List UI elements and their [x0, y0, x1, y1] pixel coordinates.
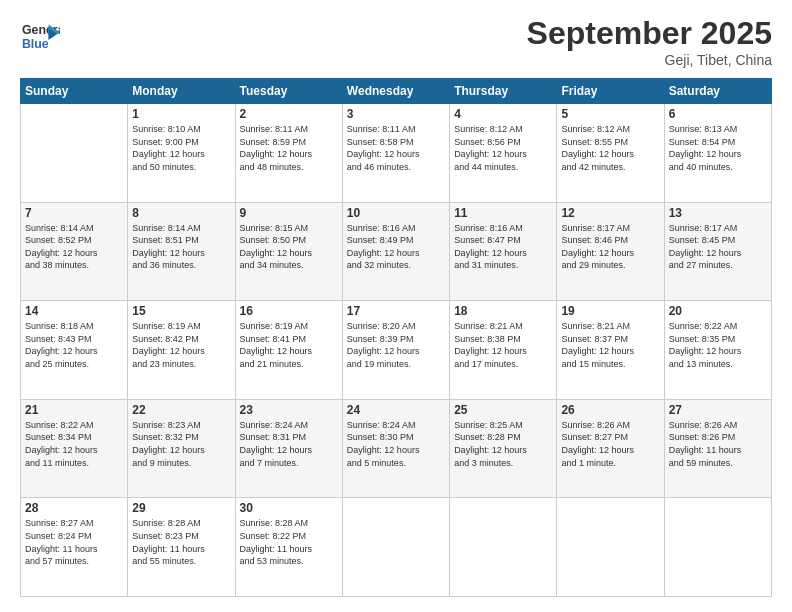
calendar-cell: 20Sunrise: 8:22 AM Sunset: 8:35 PM Dayli… — [664, 301, 771, 400]
day-number: 19 — [561, 304, 659, 318]
cell-info: Sunrise: 8:11 AM Sunset: 8:59 PM Dayligh… — [240, 123, 338, 173]
cell-info: Sunrise: 8:28 AM Sunset: 8:22 PM Dayligh… — [240, 517, 338, 567]
day-number: 23 — [240, 403, 338, 417]
calendar-cell: 21Sunrise: 8:22 AM Sunset: 8:34 PM Dayli… — [21, 399, 128, 498]
logo: General Blue — [20, 15, 65, 55]
day-number: 21 — [25, 403, 123, 417]
day-number: 15 — [132, 304, 230, 318]
calendar-cell: 10Sunrise: 8:16 AM Sunset: 8:49 PM Dayli… — [342, 202, 449, 301]
calendar-cell: 1Sunrise: 8:10 AM Sunset: 9:00 PM Daylig… — [128, 104, 235, 203]
cell-info: Sunrise: 8:27 AM Sunset: 8:24 PM Dayligh… — [25, 517, 123, 567]
calendar-cell: 24Sunrise: 8:24 AM Sunset: 8:30 PM Dayli… — [342, 399, 449, 498]
calendar-table: SundayMondayTuesdayWednesdayThursdayFrid… — [20, 78, 772, 597]
day-number: 13 — [669, 206, 767, 220]
calendar-cell: 15Sunrise: 8:19 AM Sunset: 8:42 PM Dayli… — [128, 301, 235, 400]
calendar-cell: 6Sunrise: 8:13 AM Sunset: 8:54 PM Daylig… — [664, 104, 771, 203]
cell-info: Sunrise: 8:10 AM Sunset: 9:00 PM Dayligh… — [132, 123, 230, 173]
header-row: SundayMondayTuesdayWednesdayThursdayFrid… — [21, 79, 772, 104]
calendar-week: 28Sunrise: 8:27 AM Sunset: 8:24 PM Dayli… — [21, 498, 772, 597]
calendar-cell: 23Sunrise: 8:24 AM Sunset: 8:31 PM Dayli… — [235, 399, 342, 498]
day-number: 6 — [669, 107, 767, 121]
weekday-header: Thursday — [450, 79, 557, 104]
calendar-cell: 16Sunrise: 8:19 AM Sunset: 8:41 PM Dayli… — [235, 301, 342, 400]
cell-info: Sunrise: 8:26 AM Sunset: 8:27 PM Dayligh… — [561, 419, 659, 469]
calendar-week: 21Sunrise: 8:22 AM Sunset: 8:34 PM Dayli… — [21, 399, 772, 498]
calendar-cell: 7Sunrise: 8:14 AM Sunset: 8:52 PM Daylig… — [21, 202, 128, 301]
calendar-cell: 2Sunrise: 8:11 AM Sunset: 8:59 PM Daylig… — [235, 104, 342, 203]
cell-info: Sunrise: 8:22 AM Sunset: 8:35 PM Dayligh… — [669, 320, 767, 370]
cell-info: Sunrise: 8:13 AM Sunset: 8:54 PM Dayligh… — [669, 123, 767, 173]
calendar-cell: 3Sunrise: 8:11 AM Sunset: 8:58 PM Daylig… — [342, 104, 449, 203]
cell-info: Sunrise: 8:23 AM Sunset: 8:32 PM Dayligh… — [132, 419, 230, 469]
day-number: 20 — [669, 304, 767, 318]
day-number: 16 — [240, 304, 338, 318]
calendar-cell: 12Sunrise: 8:17 AM Sunset: 8:46 PM Dayli… — [557, 202, 664, 301]
cell-info: Sunrise: 8:21 AM Sunset: 8:37 PM Dayligh… — [561, 320, 659, 370]
calendar-cell: 17Sunrise: 8:20 AM Sunset: 8:39 PM Dayli… — [342, 301, 449, 400]
cell-info: Sunrise: 8:18 AM Sunset: 8:43 PM Dayligh… — [25, 320, 123, 370]
cell-info: Sunrise: 8:16 AM Sunset: 8:49 PM Dayligh… — [347, 222, 445, 272]
cell-info: Sunrise: 8:16 AM Sunset: 8:47 PM Dayligh… — [454, 222, 552, 272]
day-number: 11 — [454, 206, 552, 220]
cell-info: Sunrise: 8:22 AM Sunset: 8:34 PM Dayligh… — [25, 419, 123, 469]
weekday-header: Friday — [557, 79, 664, 104]
calendar-cell: 18Sunrise: 8:21 AM Sunset: 8:38 PM Dayli… — [450, 301, 557, 400]
calendar-cell: 22Sunrise: 8:23 AM Sunset: 8:32 PM Dayli… — [128, 399, 235, 498]
cell-info: Sunrise: 8:14 AM Sunset: 8:52 PM Dayligh… — [25, 222, 123, 272]
cell-info: Sunrise: 8:25 AM Sunset: 8:28 PM Dayligh… — [454, 419, 552, 469]
day-number: 22 — [132, 403, 230, 417]
calendar-week: 7Sunrise: 8:14 AM Sunset: 8:52 PM Daylig… — [21, 202, 772, 301]
calendar-cell — [342, 498, 449, 597]
month-title: September 2025 — [527, 15, 772, 52]
calendar-cell: 19Sunrise: 8:21 AM Sunset: 8:37 PM Dayli… — [557, 301, 664, 400]
cell-info: Sunrise: 8:12 AM Sunset: 8:56 PM Dayligh… — [454, 123, 552, 173]
logo-icon: General Blue — [20, 15, 60, 55]
cell-info: Sunrise: 8:19 AM Sunset: 8:42 PM Dayligh… — [132, 320, 230, 370]
day-number: 18 — [454, 304, 552, 318]
cell-info: Sunrise: 8:14 AM Sunset: 8:51 PM Dayligh… — [132, 222, 230, 272]
header: General Blue September 2025 Geji, Tibet,… — [20, 15, 772, 68]
calendar-cell: 29Sunrise: 8:28 AM Sunset: 8:23 PM Dayli… — [128, 498, 235, 597]
calendar-cell: 14Sunrise: 8:18 AM Sunset: 8:43 PM Dayli… — [21, 301, 128, 400]
calendar-cell: 28Sunrise: 8:27 AM Sunset: 8:24 PM Dayli… — [21, 498, 128, 597]
day-number: 28 — [25, 501, 123, 515]
weekday-header: Monday — [128, 79, 235, 104]
weekday-header: Sunday — [21, 79, 128, 104]
weekday-header: Tuesday — [235, 79, 342, 104]
day-number: 25 — [454, 403, 552, 417]
page: General Blue September 2025 Geji, Tibet,… — [0, 0, 792, 612]
calendar-cell: 5Sunrise: 8:12 AM Sunset: 8:55 PM Daylig… — [557, 104, 664, 203]
cell-info: Sunrise: 8:21 AM Sunset: 8:38 PM Dayligh… — [454, 320, 552, 370]
cell-info: Sunrise: 8:17 AM Sunset: 8:45 PM Dayligh… — [669, 222, 767, 272]
day-number: 30 — [240, 501, 338, 515]
cell-info: Sunrise: 8:12 AM Sunset: 8:55 PM Dayligh… — [561, 123, 659, 173]
calendar-cell — [450, 498, 557, 597]
location: Geji, Tibet, China — [527, 52, 772, 68]
calendar-cell: 4Sunrise: 8:12 AM Sunset: 8:56 PM Daylig… — [450, 104, 557, 203]
day-number: 5 — [561, 107, 659, 121]
calendar-cell — [664, 498, 771, 597]
day-number: 26 — [561, 403, 659, 417]
day-number: 29 — [132, 501, 230, 515]
calendar-cell: 9Sunrise: 8:15 AM Sunset: 8:50 PM Daylig… — [235, 202, 342, 301]
day-number: 14 — [25, 304, 123, 318]
day-number: 8 — [132, 206, 230, 220]
cell-info: Sunrise: 8:19 AM Sunset: 8:41 PM Dayligh… — [240, 320, 338, 370]
cell-info: Sunrise: 8:28 AM Sunset: 8:23 PM Dayligh… — [132, 517, 230, 567]
calendar-cell: 11Sunrise: 8:16 AM Sunset: 8:47 PM Dayli… — [450, 202, 557, 301]
weekday-header: Saturday — [664, 79, 771, 104]
calendar-week: 1Sunrise: 8:10 AM Sunset: 9:00 PM Daylig… — [21, 104, 772, 203]
day-number: 3 — [347, 107, 445, 121]
svg-text:Blue: Blue — [22, 37, 49, 51]
cell-info: Sunrise: 8:26 AM Sunset: 8:26 PM Dayligh… — [669, 419, 767, 469]
cell-info: Sunrise: 8:11 AM Sunset: 8:58 PM Dayligh… — [347, 123, 445, 173]
calendar-cell: 8Sunrise: 8:14 AM Sunset: 8:51 PM Daylig… — [128, 202, 235, 301]
calendar-week: 14Sunrise: 8:18 AM Sunset: 8:43 PM Dayli… — [21, 301, 772, 400]
calendar-cell: 30Sunrise: 8:28 AM Sunset: 8:22 PM Dayli… — [235, 498, 342, 597]
cell-info: Sunrise: 8:24 AM Sunset: 8:30 PM Dayligh… — [347, 419, 445, 469]
cell-info: Sunrise: 8:15 AM Sunset: 8:50 PM Dayligh… — [240, 222, 338, 272]
cell-info: Sunrise: 8:24 AM Sunset: 8:31 PM Dayligh… — [240, 419, 338, 469]
calendar-cell: 26Sunrise: 8:26 AM Sunset: 8:27 PM Dayli… — [557, 399, 664, 498]
day-number: 17 — [347, 304, 445, 318]
cell-info: Sunrise: 8:20 AM Sunset: 8:39 PM Dayligh… — [347, 320, 445, 370]
